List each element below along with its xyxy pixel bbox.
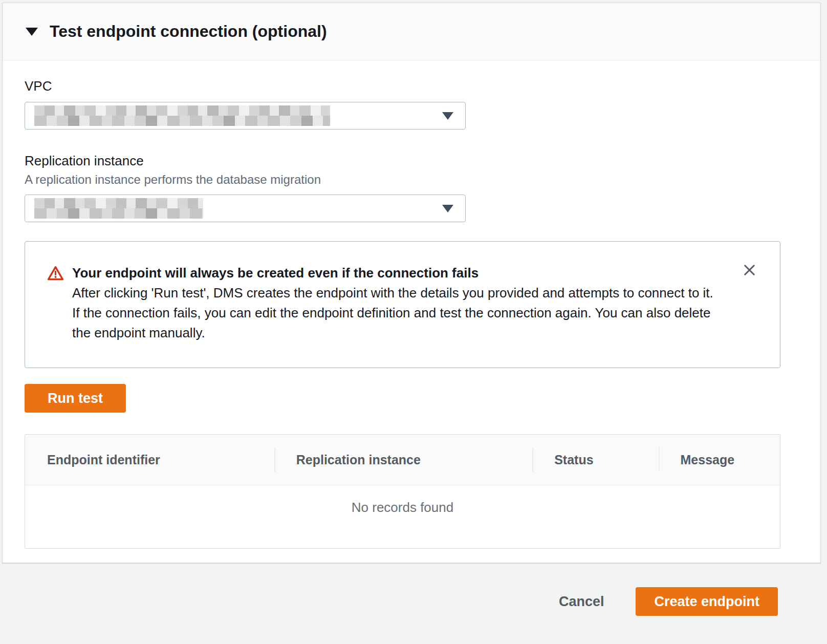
- chevron-down-icon: [442, 205, 453, 212]
- replication-instance-field: Replication instance A replication insta…: [25, 153, 820, 222]
- replication-instance-selected-value-redacted: [34, 198, 203, 219]
- vpc-field: VPC: [25, 78, 820, 130]
- replication-instance-label: Replication instance: [25, 153, 820, 169]
- section-body: VPC Replication instance A replication i…: [3, 60, 820, 549]
- vpc-label: VPC: [25, 78, 820, 94]
- close-icon[interactable]: [738, 259, 760, 281]
- alert-body: After clicking 'Run test', DMS creates t…: [72, 283, 719, 343]
- table-empty-state: No records found: [25, 485, 780, 548]
- chevron-down-icon: [442, 112, 453, 120]
- test-results-table: Endpoint identifier Replication instance…: [25, 434, 780, 549]
- section-header-toggle[interactable]: Test endpoint connection (optional): [3, 3, 820, 60]
- cancel-button[interactable]: Cancel: [559, 587, 604, 616]
- vpc-select[interactable]: [25, 102, 466, 130]
- replication-instance-description: A replication instance performs the data…: [25, 173, 820, 187]
- column-header-replication-instance: Replication instance: [274, 453, 532, 467]
- create-endpoint-button[interactable]: Create endpoint: [636, 587, 778, 616]
- caret-down-icon: [26, 28, 38, 36]
- column-header-message: Message: [659, 453, 780, 467]
- vpc-selected-value-redacted: [34, 105, 330, 126]
- warning-alert: Your endpoint will always be created eve…: [25, 241, 780, 368]
- test-endpoint-connection-panel: Test endpoint connection (optional) VPC …: [2, 3, 821, 563]
- table-header-row: Endpoint identifier Replication instance…: [25, 435, 780, 485]
- replication-instance-select[interactable]: [25, 195, 466, 222]
- column-header-status: Status: [532, 453, 658, 467]
- warning-triangle-icon: [48, 266, 63, 343]
- column-header-endpoint-identifier: Endpoint identifier: [25, 453, 274, 467]
- run-test-button[interactable]: Run test: [25, 384, 126, 413]
- alert-content: Your endpoint will always be created eve…: [72, 263, 719, 343]
- form-actions-footer: Cancel Create endpoint: [0, 563, 827, 644]
- section-title: Test endpoint connection (optional): [50, 22, 327, 41]
- alert-title: Your endpoint will always be created eve…: [72, 263, 719, 283]
